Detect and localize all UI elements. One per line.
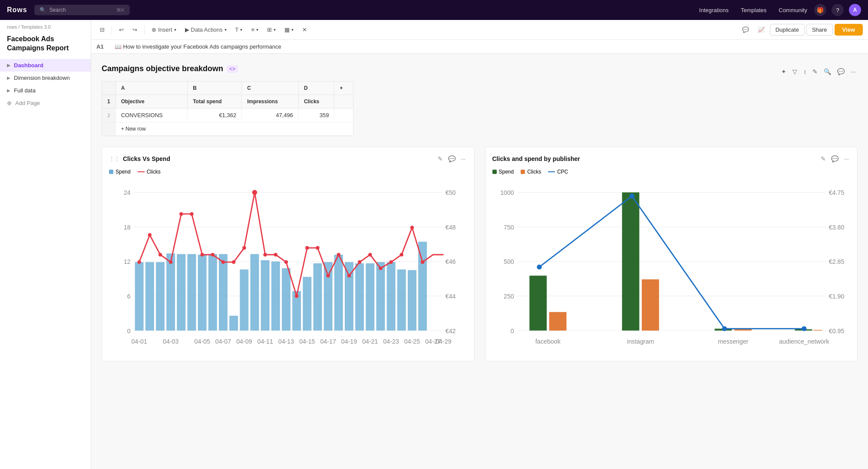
row-num-header	[102, 82, 116, 95]
svg-text:04-09: 04-09	[236, 338, 252, 345]
app-logo[interactable]: Rows	[7, 6, 27, 14]
cell-content: 📖 How to investigate your Facebook Ads c…	[115, 43, 281, 50]
duplicate-btn[interactable]: Duplicate	[770, 24, 805, 36]
view-btn[interactable]: View	[835, 24, 863, 36]
col-header-c: C	[242, 82, 299, 95]
insert-btn[interactable]: ⊕ Insert ▾	[148, 24, 180, 35]
chart2-edit-btn[interactable]: ✎	[819, 154, 827, 164]
breadcrumb-parent[interactable]: rows	[7, 24, 17, 30]
svg-rect-20	[188, 254, 196, 331]
text-format-icon: T	[235, 26, 239, 33]
cell-clicks[interactable]: 359	[298, 108, 334, 122]
search-icon-table[interactable]: 🔍	[822, 66, 833, 77]
sidebar-item-dimension[interactable]: ▶ Dimension breakdown	[0, 72, 91, 84]
bar-fb-clicks	[549, 312, 566, 331]
sidebar-item-dashboard[interactable]: ▶ Dashboard	[0, 59, 91, 72]
nav-integrations[interactable]: Integrations	[699, 7, 729, 13]
svg-point-53	[242, 246, 246, 250]
svg-point-62	[337, 253, 341, 257]
help-icon[interactable]: ?	[832, 4, 844, 16]
sparkle-icon[interactable]: ✦	[779, 66, 788, 77]
sidebar-label-dimension: Dimension breakdown	[14, 75, 70, 81]
legend-spend: Spend	[109, 169, 131, 175]
svg-rect-17	[156, 262, 165, 331]
chart1-edit-btn[interactable]: ✎	[436, 154, 444, 164]
svg-text:04-29: 04-29	[436, 338, 451, 345]
chart2-more-btn[interactable]: ···	[842, 154, 850, 164]
format-btn[interactable]: T ▾	[232, 24, 246, 35]
cell-spend[interactable]: €1,362	[188, 108, 242, 122]
table-section: Campaigns objective breakdown <> ✦ ▽ ↕ ✎…	[102, 64, 858, 136]
table-btn[interactable]: ⊞ ▾	[264, 24, 279, 35]
toolbar: ⊟ ↩ ↪ ⊕ Insert ▾ ▶ Data Actions ▾ T ▾ ≡ …	[91, 20, 868, 40]
plus-icon: ⊕	[152, 26, 156, 33]
comment-icon-table[interactable]: 💬	[835, 66, 846, 77]
chart2-svg-container: 1000 750 500 250 0 €4.75 €3.80 €2.85 €1.…	[492, 180, 851, 354]
nav-community[interactable]: Community	[779, 7, 807, 13]
col-header-b: B	[188, 82, 242, 95]
svg-point-68	[400, 253, 404, 257]
cell-impressions[interactable]: 47,496	[242, 108, 299, 122]
gift-icon[interactable]: 🎁	[814, 4, 826, 16]
svg-point-57	[284, 260, 288, 264]
chart-btn[interactable]: ▦ ▾	[281, 24, 297, 35]
legend-cpc-label: CPC	[557, 169, 568, 175]
svg-point-43	[137, 260, 141, 264]
svg-point-50	[211, 253, 215, 257]
svg-point-60	[316, 246, 320, 250]
table-row: 2 CONVERSIONS €1,362 47,496 359	[102, 108, 353, 122]
comment-btn[interactable]: 💬	[739, 24, 752, 35]
cell-objective[interactable]: CONVERSIONS	[116, 108, 187, 122]
chart-clicks-vs-spend: ⋮⋮ Clicks Vs Spend ✎ 💬 ··· Spend Clicks	[102, 147, 475, 361]
edit-icon[interactable]: ✎	[811, 66, 819, 77]
more-icon[interactable]: ···	[849, 66, 858, 77]
svg-text:04-15: 04-15	[299, 338, 315, 345]
svg-text:04-17: 04-17	[320, 338, 336, 345]
chart2-header: Clicks and spend by publisher ✎ 💬 ···	[492, 154, 851, 164]
svg-text:facebook: facebook	[535, 338, 561, 345]
sort-icon[interactable]: ↕	[802, 66, 808, 77]
svg-text:1000: 1000	[500, 189, 514, 196]
erase-btn[interactable]: ✕	[299, 24, 310, 35]
chart-by-publisher: Clicks and spend by publisher ✎ 💬 ··· Sp…	[485, 147, 858, 361]
chart1-more-btn[interactable]: ···	[459, 154, 467, 164]
data-actions-btn[interactable]: ▶ Data Actions ▾	[182, 24, 230, 35]
add-page-btn[interactable]: ⊕ Add Page	[0, 97, 91, 109]
filter-icon[interactable]: ▽	[791, 66, 799, 77]
align-btn[interactable]: ≡ ▾	[248, 24, 262, 35]
svg-rect-27	[261, 260, 270, 331]
svg-rect-34	[334, 255, 343, 331]
redo-btn[interactable]: ↪	[129, 24, 141, 35]
table-actions: ✦ ▽ ↕ ✎ 🔍 💬 ···	[779, 66, 858, 77]
svg-text:audience_network: audience_network	[779, 338, 829, 345]
chart2-svg: 1000 750 500 250 0 €4.75 €3.80 €2.85 €1.…	[492, 180, 851, 353]
svg-rect-32	[314, 263, 322, 331]
legend-clicks2-label: Clicks	[527, 169, 541, 175]
trend-btn[interactable]: 📈	[754, 24, 768, 35]
new-row[interactable]: + New row	[102, 122, 353, 136]
clicks-color	[138, 171, 145, 172]
cell-ref-bar: A1 📖 How to investigate your Facebook Ad…	[91, 40, 868, 54]
svg-point-59	[305, 246, 309, 250]
col-header-d: D	[298, 82, 334, 95]
svg-text:500: 500	[504, 258, 514, 265]
avatar[interactable]: A	[849, 4, 861, 16]
sidebar-item-fulldata[interactable]: ▶ Full data	[0, 84, 91, 97]
sidebar-toggle-btn[interactable]: ⊟	[96, 24, 108, 35]
chart2-comment-btn[interactable]: 💬	[830, 154, 840, 164]
new-row-label[interactable]: + New row	[116, 122, 353, 136]
svg-text:€2.85: €2.85	[828, 258, 844, 265]
svg-rect-18	[166, 253, 175, 331]
chart1-svg-container: 24 18 12 6 0 €50 €48 €46 €44 €42	[109, 180, 467, 354]
chart1-comment-btn[interactable]: 💬	[447, 154, 457, 164]
col-header-add[interactable]: +	[334, 82, 353, 95]
undo-btn[interactable]: ↩	[116, 24, 127, 35]
table-toolbar: Campaigns objective breakdown <> ✦ ▽ ↕ ✎…	[102, 64, 858, 79]
share-btn[interactable]: Share	[806, 24, 833, 36]
svg-text:04-23: 04-23	[383, 338, 399, 345]
svg-rect-16	[145, 262, 154, 331]
svg-text:€44: €44	[446, 293, 456, 300]
legend-clicks2: Clicks	[521, 169, 541, 175]
search-bar[interactable]: 🔍 Search ⌘K	[34, 5, 130, 15]
nav-templates[interactable]: Templates	[741, 7, 766, 13]
